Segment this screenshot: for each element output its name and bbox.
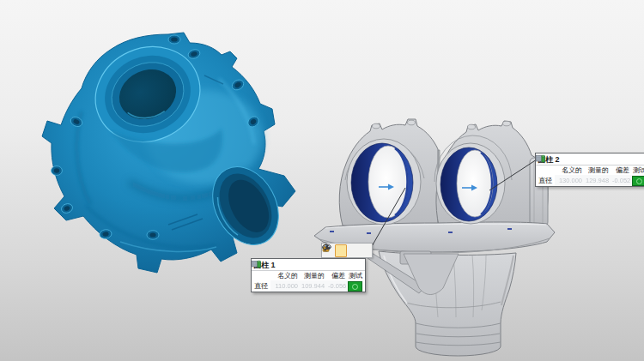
column-header-measured: 测量的 [584, 165, 611, 175]
lock-annotation-button[interactable] [335, 244, 347, 257]
pass-ring-icon [352, 284, 358, 290]
nominal-value: 110.000 [270, 280, 300, 292]
column-header-deviation: 偏差 [611, 165, 631, 175]
column-header-deviation: 偏差 [326, 271, 347, 280]
pass-status-badge [632, 176, 644, 186]
cylinder-feature-icon [252, 259, 261, 268]
cylinder-feature-2-bore[interactable] [436, 143, 505, 224]
column-header-test: 测试 [347, 271, 363, 280]
pass-ring-icon [636, 178, 642, 184]
annotation-title-bar: 圆柱 1 [252, 259, 365, 271]
measured-value: 129.948 [584, 175, 611, 186]
annotation-visibility-button[interactable] [359, 244, 371, 257]
nominal-value: 130.000 [555, 175, 584, 186]
deviation-value: -0.056 [326, 280, 347, 292]
annotation-mini-toolbar[interactable] [321, 243, 373, 258]
annotation-title-bar: 圆柱 2 [536, 153, 644, 165]
column-header-nominal: 名义的 [555, 165, 584, 175]
test-status-cell [347, 280, 363, 292]
cylinder-feature-icon [536, 153, 545, 163]
cylinder-feature-1-bore[interactable] [347, 139, 421, 225]
column-header-nominal: 名义的 [270, 271, 300, 280]
scanned-part-mesh[interactable] [42, 30, 295, 273]
viewport-3d[interactable]: 圆柱 1 名义的 测量的 偏差 测试 直径 110.000 109.944 -0… [0, 0, 644, 361]
eye-icon [322, 244, 331, 250]
pass-status-badge [348, 281, 362, 292]
column-header-empty [536, 165, 555, 175]
deviation-value: -0.052 [611, 175, 631, 186]
measured-value: 109.944 [300, 280, 326, 292]
row-label-diameter: 直径 [252, 280, 270, 292]
annotation-tools-button[interactable] [347, 244, 359, 257]
cad-model[interactable] [314, 119, 555, 356]
row-label-diameter: 直径 [536, 175, 555, 186]
test-status-cell [631, 175, 644, 186]
column-header-test: 测试 [631, 165, 644, 175]
annotation-cylinder-1[interactable]: 圆柱 1 名义的 测量的 偏差 测试 直径 110.000 109.944 -0… [251, 258, 366, 292]
column-header-empty [252, 271, 270, 280]
annotation-cylinder-2[interactable]: 圆柱 2 名义的 测量的 偏差 测试 直径 130.000 129.948 -0… [535, 153, 644, 187]
column-header-measured: 测量的 [300, 271, 326, 280]
